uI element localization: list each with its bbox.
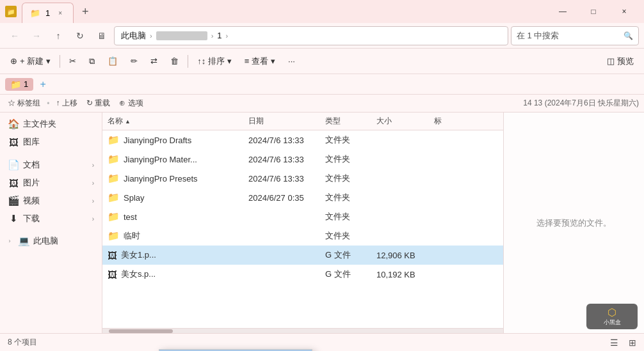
close-button[interactable]: × <box>609 0 639 23</box>
watermark-icon: ⬡ <box>608 306 616 318</box>
title-bar: 📁 📁 1 × + — □ × <box>0 0 644 23</box>
folder-tab-1[interactable]: 📁 1 <box>5 78 33 91</box>
file-name-cell: 📁 test <box>108 211 248 222</box>
sidebar-item-downloads[interactable]: ⬇ 下载 › <box>0 210 102 228</box>
videos-icon: 🎬 <box>8 195 19 207</box>
search-box[interactable]: 在 1 中搜索 🔍 <box>511 26 639 45</box>
table-row[interactable]: 🖼 美女s.p... G 文件 10,192 KB <box>102 265 503 284</box>
copy-button[interactable]: ⧉ <box>84 52 100 70</box>
table-row[interactable]: 📁 临时 文件夹 <box>102 226 503 246</box>
sidebar-item-documents[interactable]: 📄 文档 › <box>0 156 102 174</box>
address-box[interactable]: 此电脑 › › 1 › <box>114 26 508 45</box>
file-name-cell: 📁 JianyingPro Mater... <box>108 153 248 165</box>
folder-tab-label: 1 <box>24 79 28 89</box>
tag-group-label: ☆ 标签组 <box>8 98 40 109</box>
table-row[interactable]: 📁 JianyingPro Mater... 2024/7/6 13:33 文件… <box>102 150 503 169</box>
add-folder-tab-button[interactable]: + <box>36 77 50 91</box>
cut-button[interactable]: ✂ <box>64 52 81 70</box>
item-count-label: 14 13 (2024年7月6日 快乐星期六) <box>523 98 639 109</box>
sidebar-item-home[interactable]: 🏠 主文件夹 <box>0 115 102 133</box>
new-button[interactable]: ⊕ + 新建 ▾ <box>5 52 56 70</box>
gallery-icon: 🖼 <box>8 137 19 148</box>
options-button[interactable]: ⊕ 选项 <box>117 97 145 110</box>
folder-icon: 📁 <box>108 134 120 146</box>
file-type-cell: 文件夹 <box>325 230 376 242</box>
tag-col-label: 标 <box>434 116 442 127</box>
table-row[interactable]: 📁 JianyingPro Drafts 2024/7/6 13:33 文件夹 <box>102 130 503 150</box>
breadcrumb-1[interactable]: 1 <box>217 31 221 40</box>
status-bar: 8 个项目 ☰ ⊞ <box>0 333 644 351</box>
tab-close-button[interactable]: × <box>55 8 65 19</box>
folder-icon: 📁 <box>108 211 120 222</box>
rename-button[interactable]: ✏ <box>125 52 143 70</box>
folder-icon: 📁 <box>108 192 120 203</box>
more-button[interactable]: ··· <box>283 52 300 70</box>
move-up-button[interactable]: ↑ 上移 <box>54 97 80 110</box>
share-button[interactable]: ⇄ <box>145 52 163 70</box>
sidebar-item-videos[interactable]: 🎬 视频 › <box>0 192 102 210</box>
file-date-cell: 2024/6/27 0:35 <box>248 193 325 203</box>
separator-2 <box>188 55 188 68</box>
view-toggle-grid[interactable]: ⊞ <box>629 338 636 348</box>
table-row[interactable]: 🖼 美女1.p... G 文件 12,906 KB <box>102 246 503 265</box>
view-dropdown-icon: ▾ <box>271 56 275 66</box>
sort-button[interactable]: ↑↕ 排序 ▾ <box>192 52 237 70</box>
view-button[interactable]: ≡ 查看 ▾ <box>239 52 280 70</box>
forward-button[interactable]: → <box>27 26 46 45</box>
sidebar-item-gallery[interactable]: 🖼 图库 <box>0 133 102 151</box>
sidebar-item-computer[interactable]: › 💻 此电脑 <box>0 233 102 249</box>
horizontal-scrollbar[interactable] <box>102 328 503 333</box>
column-header-date[interactable]: 日期 <box>248 116 325 127</box>
sort-dropdown-icon: ▾ <box>227 56 232 66</box>
rename-icon: ✏ <box>131 56 138 66</box>
preview-button[interactable]: ◫ 预览 <box>602 53 639 70</box>
column-header-size[interactable]: 大小 <box>376 116 434 127</box>
file-type-cell: G 文件 <box>325 249 376 261</box>
videos-expand-icon: › <box>92 198 94 205</box>
preview-placeholder-text: 选择要预览的文件。 <box>536 217 611 229</box>
table-row[interactable]: 📁 JianyingPro Presets 2024/7/6 13:33 文件夹 <box>102 169 503 188</box>
computer-icon: 💻 <box>18 235 29 247</box>
table-row[interactable]: 📁 Splay 2024/6/27 0:35 文件夹 <box>102 188 503 207</box>
sidebar-item-pictures[interactable]: 🖼 图片 › <box>0 174 102 192</box>
table-row[interactable]: 📁 test 文件夹 <box>102 207 503 226</box>
up-button[interactable]: ↑ <box>49 26 68 45</box>
minimize-button[interactable]: — <box>548 0 577 23</box>
file-name-cell: 📁 临时 <box>108 230 248 242</box>
home-icon: 🏠 <box>8 118 19 130</box>
maximize-button[interactable]: □ <box>579 0 608 23</box>
column-header-tag[interactable]: 标 <box>434 116 498 127</box>
view-toggle-list[interactable]: ☰ <box>610 338 618 348</box>
column-header-name[interactable]: 名称 ▲ <box>108 116 248 127</box>
paste-icon: 📋 <box>108 56 118 66</box>
name-sort-icon: ▲ <box>125 118 131 125</box>
image-icon: 🖼 <box>108 250 117 261</box>
file-type-cell: 文件夹 <box>325 134 376 146</box>
back-button[interactable]: ← <box>5 26 24 45</box>
h-scroll-thumb[interactable] <box>109 329 173 333</box>
window-controls: — □ × <box>548 0 639 23</box>
address-dropdown-button[interactable]: 🖥 <box>92 26 111 45</box>
new-tab-button[interactable]: + <box>76 3 94 20</box>
delete-button[interactable]: 🗑 <box>165 52 184 70</box>
new-icon: ⊕ <box>10 56 17 66</box>
tag-group-button[interactable]: ☆ 标签组 <box>5 97 43 110</box>
name-col-label: 名称 <box>108 116 123 127</box>
share-icon: ⇄ <box>150 56 157 66</box>
reload-button[interactable]: ↻ 重载 <box>84 97 113 110</box>
breadcrumb-computer[interactable]: 此电脑 <box>121 30 146 42</box>
sidebar-gallery-label: 图库 <box>23 136 40 148</box>
refresh-button[interactable]: ↻ <box>70 26 90 45</box>
address-bar: ← → ↑ ↻ 🖥 此电脑 › › 1 › 在 1 中搜索 🔍 <box>0 23 644 49</box>
pictures-icon: 🖼 <box>8 178 19 189</box>
column-header-type[interactable]: 类型 <box>325 116 376 127</box>
preview-label: 预览 <box>617 56 634 67</box>
toolbar: ⊕ + 新建 ▾ ✂ ⧉ 📋 ✏ ⇄ 🗑 ↑↕ 排序 ▾ ≡ 查看 ▾ ··· … <box>0 49 644 74</box>
window-tab[interactable]: 📁 1 × <box>22 3 74 23</box>
file-type-cell: 文件夹 <box>325 153 376 165</box>
sort-label: ↑↕ 排序 <box>197 56 225 67</box>
folder-tab-icon: 📁 <box>10 79 21 90</box>
status-count-label: 8 个项目 <box>8 337 37 348</box>
app-icon: 📁 <box>5 6 17 17</box>
paste-button[interactable]: 📋 <box>102 52 123 70</box>
